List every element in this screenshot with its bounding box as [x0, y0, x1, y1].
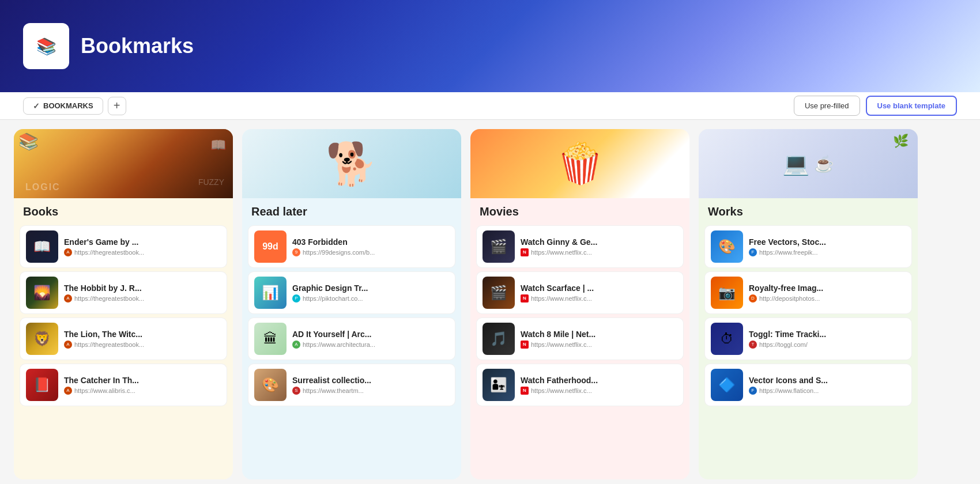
bookmark-name: Free Vectors, Stoc...: [749, 237, 906, 247]
tab-bookmarks[interactable]: ✓ BOOKMARKS: [23, 97, 103, 115]
tab-label: BOOKMARKS: [43, 101, 93, 110]
column-works: 💻☕🌿Works🎨Free Vectors, Stoc...Fhttps://w…: [699, 129, 918, 479]
bookmark-url: https://www.architectura...: [303, 341, 375, 348]
bookmark-thumbnail: 🎵: [483, 323, 515, 355]
bookmark-url-row: Ahttps://www.alibris.c...: [64, 387, 221, 395]
bookmark-name: Royalty-free Imag...: [749, 283, 906, 293]
bookmark-url: https://thegreatestbook...: [74, 341, 144, 348]
column-items-works: 🎨Free Vectors, Stoc...Fhttps://www.freep…: [699, 223, 918, 412]
column-title-books: Books: [14, 198, 233, 223]
bookmark-url: https://99designs.com/b...: [303, 249, 375, 256]
favicon-icon: A: [64, 387, 72, 395]
bookmark-item[interactable]: 📕The Catcher In Th...Ahttps://www.alibri…: [20, 364, 227, 406]
avatar: 📚: [23, 23, 69, 69]
bookmark-url: https://piktochart.co...: [303, 295, 363, 302]
bookmark-info: Graphic Design Tr...Phttps://piktochart.…: [292, 283, 449, 302]
favicon-icon: F: [749, 248, 757, 256]
bookmark-thumbnail: 📖: [26, 230, 58, 263]
bookmark-thumbnail: 🌄: [26, 277, 58, 309]
bookmark-url-row: Ahttps://thegreatestbook...: [64, 294, 221, 302]
bookmark-url: https://toggl.com/: [759, 341, 808, 348]
bookmark-item[interactable]: 🌄The Hobbit by J. R...Ahttps://thegreate…: [20, 271, 227, 314]
bookmark-thumbnail: ⏱: [711, 323, 743, 355]
netflix-favicon-icon: N: [521, 294, 529, 302]
bookmark-name: Watch Ginny & Ge...: [521, 237, 677, 247]
column-title-works: Works: [699, 198, 918, 223]
bookmark-url: https://www.flaticon...: [759, 387, 819, 394]
column-title-movies: Movies: [470, 198, 689, 223]
bookmark-name: Watch Fatherhood...: [521, 376, 677, 385]
bookmark-name: Watch 8 Mile | Net...: [521, 330, 677, 339]
bookmark-info: The Lion, The Witc...Ahttps://thegreates…: [64, 330, 221, 349]
favicon-icon: A: [64, 248, 72, 256]
bookmark-item[interactable]: 🦁The Lion, The Witc...Ahttps://thegreate…: [20, 317, 227, 360]
page-header: 📚 Bookmarks: [0, 0, 980, 92]
bookmark-item[interactable]: 📖Ender's Game by ...Ahttps://thegreatest…: [20, 225, 227, 268]
bookmark-info: Surrealist collectio...Shttps://www.thea…: [292, 376, 449, 395]
bookmark-item[interactable]: 🎬Watch Ginny & Ge...Nhttps://www.netflix…: [476, 225, 684, 268]
bookmark-url-row: Ahttps://thegreatestbook...: [64, 341, 221, 349]
bookmark-url-row: Fhttps://www.freepik...: [749, 248, 906, 256]
bookmark-url: https://www.netflix.c...: [531, 295, 592, 302]
bookmark-item[interactable]: 🔷Vector Icons and S...Fhttps://www.flati…: [704, 364, 912, 406]
bookmark-info: Vector Icons and S...Fhttps://www.flatic…: [749, 376, 906, 395]
bookmark-item[interactable]: 🎨Free Vectors, Stoc...Fhttps://www.freep…: [704, 225, 912, 268]
netflix-favicon-icon: N: [521, 248, 529, 256]
bookmark-thumbnail: 📊: [254, 277, 287, 309]
bookmark-item[interactable]: ⏱Toggl: Time Tracki...Thttps://toggl.com…: [704, 317, 912, 360]
column-items-books: 📖Ender's Game by ...Ahttps://thegreatest…: [14, 223, 233, 412]
bookmark-url-row: Ahttps://www.architectura...: [292, 341, 449, 349]
column-books: 📚 📖 LOGIC FUZZYBooks📖Ender's Game by ...…: [14, 129, 233, 479]
bookmark-info: The Catcher In Th...Ahttps://www.alibris…: [64, 376, 221, 395]
favicon-icon: T: [749, 341, 757, 349]
bookmark-item[interactable]: 🎨Surrealist collectio...Shttps://www.the…: [248, 364, 455, 406]
main-content: 📚 📖 LOGIC FUZZYBooks📖Ender's Game by ...…: [0, 120, 980, 484]
bookmark-info: 403 Forbidden9https://99designs.com/b...: [292, 237, 449, 256]
netflix-favicon-icon: N: [521, 387, 529, 395]
bookmark-url-row: Nhttps://www.netflix.c...: [521, 341, 677, 349]
bookmark-name: Surrealist collectio...: [292, 376, 449, 385]
bookmark-thumbnail: 📷: [711, 277, 743, 309]
bookmark-info: Toggl: Time Tracki...Thttps://toggl.com/: [749, 330, 906, 349]
column-title-read-later: Read later: [242, 198, 461, 223]
favicon-icon: P: [292, 294, 300, 302]
bookmark-item[interactable]: 🎬Watch Scarface | ...Nhttps://www.netfli…: [476, 271, 684, 314]
favicon-icon: A: [292, 341, 300, 349]
bookmark-thumbnail: 🏛: [254, 323, 287, 355]
bookmark-url-row: Phttps://piktochart.co...: [292, 294, 449, 302]
bookmark-item[interactable]: 🏛AD It Yourself | Arc...Ahttps://www.arc…: [248, 317, 455, 360]
bookmark-item[interactable]: 99d403 Forbidden9https://99designs.com/b…: [248, 225, 455, 268]
bookmark-item[interactable]: 🎵Watch 8 Mile | Net...Nhttps://www.netfl…: [476, 317, 684, 360]
bookmark-item[interactable]: 📷Royalty-free Imag...Dhttp://depositphot…: [704, 271, 912, 314]
use-blank-template-button[interactable]: Use blank template: [866, 96, 958, 116]
favicon-icon: A: [64, 341, 72, 349]
bookmark-url: https://www.netflix.c...: [531, 387, 592, 394]
tabs-left: ✓ BOOKMARKS +: [23, 97, 126, 115]
bookmark-info: Royalty-free Imag...Dhttp://depositphoto…: [749, 283, 906, 302]
bookmark-name: Vector Icons and S...: [749, 376, 906, 385]
bookmark-thumbnail: 🎬: [483, 230, 515, 263]
bookmark-url-row: 9https://99designs.com/b...: [292, 248, 449, 256]
bookmark-url-row: Ahttps://thegreatestbook...: [64, 248, 221, 256]
bookmark-url: https://www.alibris.c...: [74, 387, 135, 394]
bookmark-url: https://thegreatestbook...: [74, 295, 144, 302]
bookmark-url-row: Nhttps://www.netflix.c...: [521, 294, 677, 302]
bookmark-thumbnail: 99d: [254, 230, 287, 263]
bookmark-info: Watch 8 Mile | Net...Nhttps://www.netfli…: [521, 330, 677, 349]
use-pre-filled-button[interactable]: Use pre-filled: [794, 96, 860, 116]
bookmark-info: Watch Fatherhood...Nhttps://www.netflix.…: [521, 376, 677, 395]
favicon-icon: 9: [292, 248, 300, 256]
bookmark-name: 403 Forbidden: [292, 237, 449, 247]
bookmark-item[interactable]: 📊Graphic Design Tr...Phttps://piktochart…: [248, 271, 455, 314]
tabs-bar: ✓ BOOKMARKS + Use pre-filled Use blank t…: [0, 92, 980, 120]
bookmark-info: Free Vectors, Stoc...Fhttps://www.freepi…: [749, 237, 906, 256]
netflix-favicon-icon: N: [521, 341, 529, 349]
add-tab-button[interactable]: +: [108, 97, 126, 115]
bookmark-url: https://www.netflix.c...: [531, 341, 592, 348]
tabs-right: Use pre-filled Use blank template: [794, 96, 957, 116]
bookmark-item[interactable]: 👨‍👧Watch Fatherhood...Nhttps://www.netfl…: [476, 364, 684, 406]
page-title: Bookmarks: [81, 34, 194, 58]
bookmark-name: Toggl: Time Tracki...: [749, 330, 906, 339]
favicon-icon: A: [64, 294, 72, 302]
favicon-icon: D: [749, 294, 757, 302]
